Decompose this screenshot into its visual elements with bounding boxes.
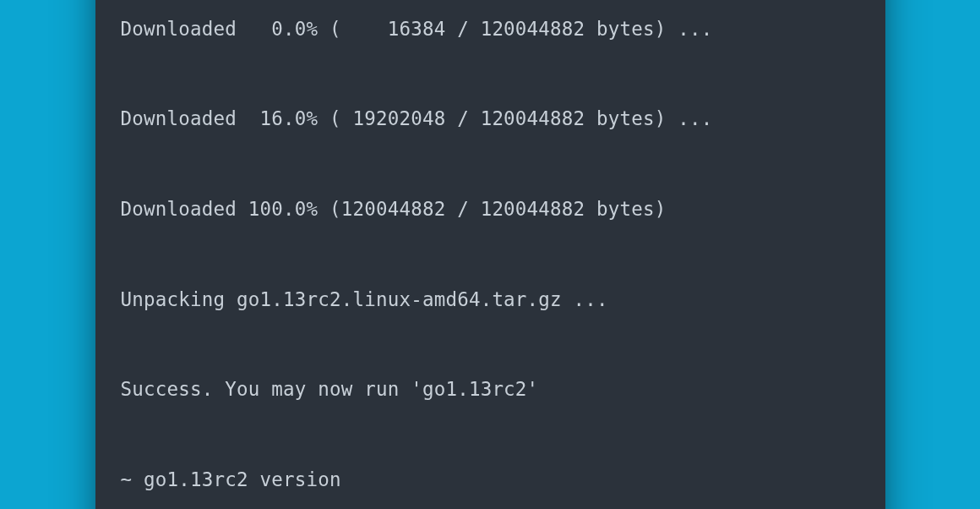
terminal-line: Success. You may now run 'go1.13rc2': [121, 375, 860, 405]
terminal-line: Downloaded 100.0% (120044882 / 120044882…: [121, 194, 860, 225]
terminal-window: ~ go1.13rc2 download Downloaded 0.0% ( 1…: [95, 0, 885, 509]
terminal-line: Downloaded 0.0% ( 16384 / 120044882 byte…: [121, 14, 860, 45]
terminal-line: ~ go1.13rc2 version: [121, 465, 860, 495]
terminal-line: Unpacking go1.13rc2.linux-amd64.tar.gz .…: [121, 285, 860, 315]
terminal-content: ~ go1.13rc2 download Downloaded 0.0% ( 1…: [121, 0, 860, 509]
terminal-line: Downloaded 16.0% ( 19202048 / 120044882 …: [121, 104, 860, 134]
